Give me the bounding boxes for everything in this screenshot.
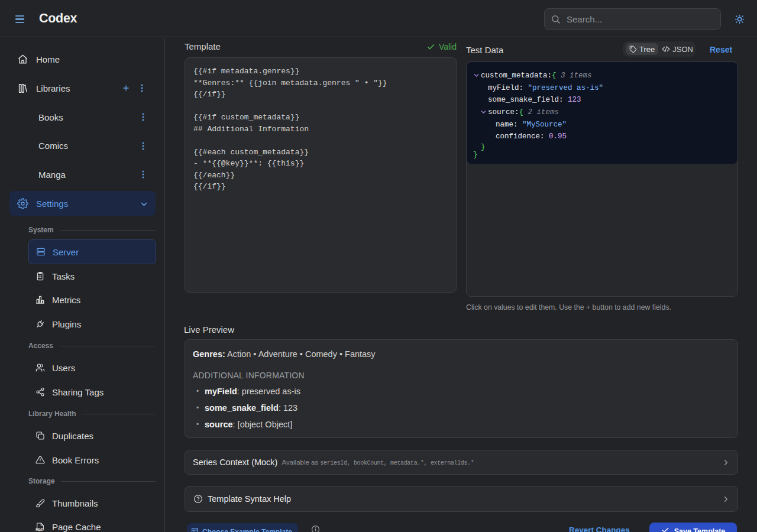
svg-text:PDF: PDF [35, 528, 43, 531]
